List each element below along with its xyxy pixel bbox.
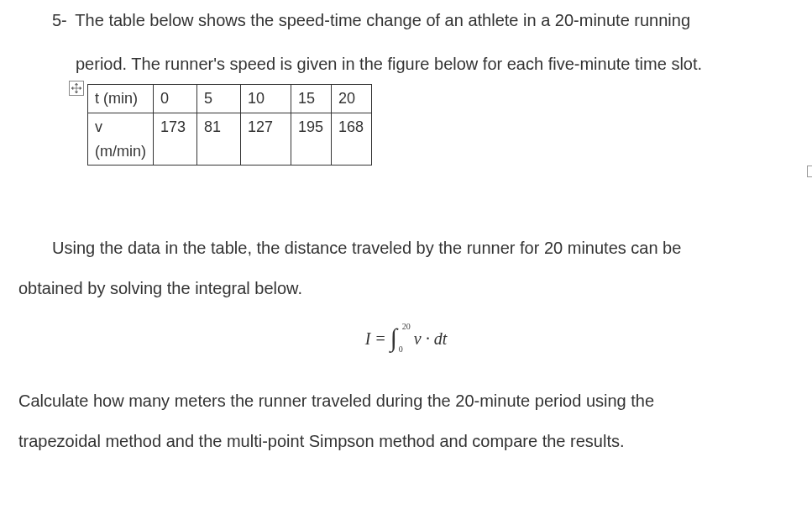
integral-symbol: ∫ 20 0 — [390, 323, 409, 354]
integral-equation: I = ∫ 20 0 v · dt — [18, 323, 794, 354]
v-label-line1: v — [95, 118, 102, 135]
document-page: 5- The table below shows the speed-time … — [0, 0, 812, 461]
v-label-line2: (m/min) — [95, 143, 146, 160]
table-row: t (min) 0 5 10 15 20 — [88, 85, 372, 113]
table-cell: 20 — [332, 85, 372, 113]
resize-handle-icon[interactable] — [807, 166, 812, 177]
table-cell: 10 — [241, 85, 291, 113]
question-number: 5- — [52, 11, 67, 29]
table-header-v: v (m/min) — [88, 113, 154, 166]
paragraph-task-line2: trapezoidal method and the multi-point S… — [18, 421, 794, 461]
data-table-container: t (min) 0 5 10 15 20 v (m/min) 173 81 12… — [76, 84, 794, 166]
table-cell: 5 — [197, 85, 241, 113]
table-cell: 195 — [291, 113, 332, 166]
integral-upper-limit: 20 — [402, 320, 411, 334]
table-cell: 0 — [154, 85, 197, 113]
table-cell: 173 — [154, 113, 197, 166]
paragraph-task-line1: Calculate how many meters the runner tra… — [18, 381, 794, 421]
table-cell: 168 — [332, 113, 372, 166]
equation-lhs: I — [365, 325, 371, 352]
table-row: v (m/min) 173 81 127 195 168 — [88, 113, 372, 166]
question-text-line2: period. The runner's speed is given in t… — [76, 50, 794, 77]
equation-equals: = — [375, 325, 385, 352]
table-cell: 81 — [197, 113, 241, 166]
integral-lower-limit: 0 — [399, 343, 403, 356]
speed-time-table: t (min) 0 5 10 15 20 v (m/min) 173 81 12… — [87, 84, 372, 166]
move-table-icon[interactable] — [69, 81, 84, 96]
question-first-line: 5- The table below shows the speed-time … — [52, 7, 794, 34]
question-text-line1: The table below shows the speed-time cha… — [75, 11, 690, 29]
table-cell: 127 — [241, 113, 291, 166]
table-cell: 15 — [291, 85, 332, 113]
paragraph-intro-line2: obtained by solving the integral below. — [18, 268, 794, 308]
paragraph-intro-line1: Using the data in the table, the distanc… — [52, 228, 794, 268]
integral-sign-icon: ∫ — [390, 325, 397, 350]
equation-integrand: v · dt — [414, 325, 447, 352]
table-header-t: t (min) — [88, 85, 154, 113]
